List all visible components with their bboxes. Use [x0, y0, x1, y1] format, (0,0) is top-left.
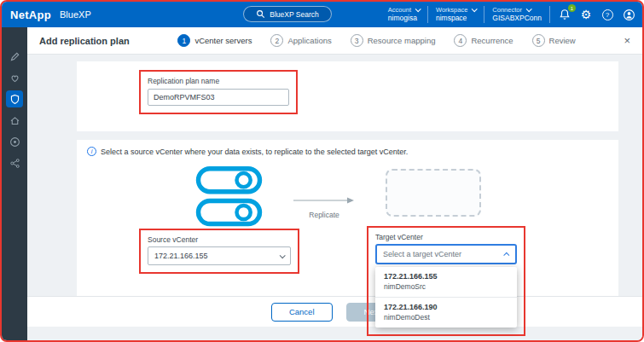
netapp-logo: NetApp: [10, 9, 51, 21]
bluexp-search-button[interactable]: BlueXP Search: [243, 6, 332, 22]
wizard-header: Add replication plan 1 vCenter servers 2…: [27, 27, 642, 55]
step-applications[interactable]: 2 Applications: [270, 34, 331, 47]
workspace-label: Workspace: [436, 6, 467, 14]
target-vcenter-placeholder: Select a target vCenter: [383, 250, 461, 258]
plan-name-input[interactable]: [148, 89, 289, 106]
sidebar-item-extend[interactable]: [6, 133, 23, 150]
step-recurrence[interactable]: 4 Recurrence: [454, 34, 513, 47]
annotation-box-plan-name: Replication plan name: [139, 70, 298, 114]
help-icon: ?: [602, 9, 613, 20]
workspace-menu[interactable]: Workspace nimspace: [436, 6, 476, 22]
chevron-up-icon: [503, 252, 509, 258]
top-bar: NetApp BlueXP BlueXP Search Account nimo…: [2, 2, 642, 27]
replicate-label: Replicate: [290, 211, 358, 219]
step-label: Resource mapping: [368, 36, 436, 45]
account-menu[interactable]: Account nimogisa: [388, 6, 420, 22]
annotation-box-source: Source vCenter 172.21.166.155: [139, 229, 299, 274]
dropdown-option[interactable]: 172.21.166.190 nimDemoDest: [375, 298, 517, 328]
share-icon: [9, 158, 20, 169]
left-nav-rail: [2, 27, 27, 340]
top-right-cluster: Account nimogisa Workspace nimspace Conn…: [388, 2, 635, 27]
target-vcenter-dropdown: 172.21.166.155 nimDemoSrc 172.21.166.190…: [375, 267, 517, 328]
source-storage-illustration: [194, 164, 271, 234]
chevron-down-icon: [280, 252, 286, 258]
plan-name-label: Replication plan name: [148, 77, 289, 85]
step-resource-mapping[interactable]: 3 Resource mapping: [351, 34, 436, 47]
step-number: 4: [454, 34, 467, 47]
step-vcenter-servers[interactable]: 1 vCenter servers: [177, 34, 252, 47]
sidebar-item-share[interactable]: [6, 154, 23, 171]
notification-badge: 1: [568, 4, 576, 12]
arrow-right-icon: [293, 196, 355, 205]
step-number: 2: [270, 34, 283, 47]
wizard-footer: Cancel Next: [27, 296, 642, 327]
account-value: nimogisa: [388, 14, 420, 22]
shield-icon: [9, 94, 20, 105]
divider: [427, 6, 428, 23]
step-review[interactable]: 5 Review: [532, 34, 576, 47]
sidebar-item-health[interactable]: [6, 69, 23, 86]
option-name: nimDemoDest: [384, 313, 508, 322]
step-label: Recurrence: [471, 36, 513, 45]
option-name: nimDemoSrc: [384, 282, 508, 291]
pen-icon: [9, 51, 20, 62]
source-vcenter-value: 172.21.166.155: [154, 252, 208, 260]
storage-controllers-icon: [194, 164, 271, 230]
user-icon: [623, 9, 635, 21]
info-text: Select a source vCenter where your data …: [101, 148, 408, 156]
divider: [484, 6, 484, 23]
annotation-box-target: Target vCenter Select a target vCenter 1…: [367, 226, 525, 336]
chevron-down-icon: [472, 7, 478, 13]
sidebar-item-mobility[interactable]: [6, 112, 23, 129]
target-vcenter-select[interactable]: Select a target vCenter: [375, 244, 517, 264]
vcenter-selection-card: i Select a source vCenter where your dat…: [77, 140, 618, 296]
connector-value: GISABXPConn: [492, 14, 542, 22]
step-label: Review: [549, 36, 576, 45]
wizard-stepper: 1 vCenter servers 2 Applications 3 Resou…: [168, 34, 584, 47]
step-label: vCenter servers: [194, 36, 252, 45]
user-menu-button[interactable]: [622, 8, 635, 21]
target-vcenter-label: Target vCenter: [375, 233, 517, 241]
step-number: 1: [177, 34, 190, 47]
option-ip: 172.21.166.155: [384, 272, 508, 281]
main-content: Replication plan name i Select a source …: [27, 55, 642, 340]
home-cloud-icon: [9, 115, 20, 126]
option-ip: 172.21.166.190: [384, 303, 508, 311]
account-label: Account: [388, 6, 411, 14]
help-button[interactable]: ?: [600, 8, 614, 21]
connector-label: Connector: [492, 6, 522, 14]
globe-icon: [9, 136, 20, 148]
step-number: 3: [351, 34, 363, 47]
info-row: i Select a source vCenter where your dat…: [87, 147, 408, 156]
page-title: Add replication plan: [39, 36, 130, 46]
search-icon: [256, 9, 265, 19]
step-label: Applications: [287, 36, 331, 45]
sidebar-item-pen[interactable]: [6, 48, 23, 65]
chevron-down-icon: [415, 7, 421, 13]
settings-button[interactable]: ⚙: [579, 8, 593, 21]
gear-icon: ⚙: [581, 9, 592, 20]
dropdown-option[interactable]: 172.21.166.155 nimDemoSrc: [375, 267, 517, 297]
info-icon: i: [87, 147, 96, 156]
sidebar-item-protection[interactable]: [6, 90, 23, 107]
connector-menu[interactable]: Connector GISABXPConn: [492, 6, 542, 22]
workspace-value: nimspace: [436, 14, 476, 22]
close-icon[interactable]: ×: [624, 34, 630, 47]
divider: [549, 6, 550, 23]
product-name: BlueXP: [60, 9, 91, 20]
health-icon: [9, 72, 20, 84]
source-vcenter-label: Source vCenter: [148, 235, 291, 244]
target-placeholder-box: [386, 169, 481, 217]
replicate-arrow-group: Replicate: [290, 193, 358, 219]
search-label: BlueXP Search: [270, 10, 319, 19]
source-vcenter-select[interactable]: 172.21.166.155: [148, 246, 291, 265]
notifications-button[interactable]: 1: [558, 8, 571, 21]
chevron-down-icon: [526, 7, 532, 13]
step-number: 5: [532, 34, 545, 47]
app-window: NetApp BlueXP BlueXP Search Account nimo…: [0, 0, 644, 342]
plan-name-card: Replication plan name: [77, 61, 618, 131]
cancel-button[interactable]: Cancel: [271, 303, 333, 322]
